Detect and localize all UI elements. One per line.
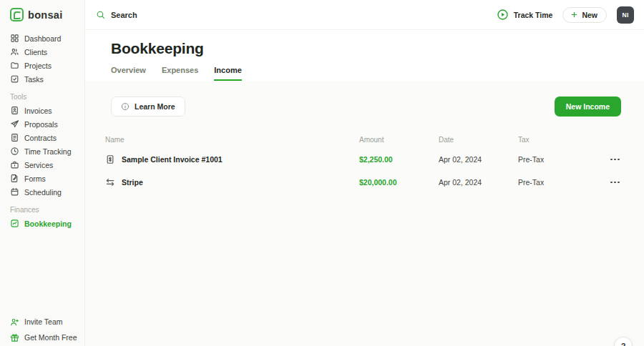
- form-page-icon: [10, 174, 19, 183]
- sidebar-item-tasks[interactable]: Tasks: [10, 72, 80, 86]
- sidebar-item-projects[interactable]: Projects: [10, 59, 80, 72]
- transfer-arrows-icon: [105, 177, 115, 187]
- income-amount: $20,000.00: [359, 178, 439, 187]
- sidebar-section-tools: Tools: [10, 93, 80, 101]
- sidebar-item-label: Contracts: [24, 134, 57, 142]
- search-input[interactable]: Search: [96, 10, 137, 19]
- income-panel: Learn More New Income Name Amount Date T…: [85, 81, 644, 346]
- tab-income[interactable]: Income: [214, 66, 242, 81]
- sidebar-item-label: Get Month Free: [24, 333, 77, 342]
- search-placeholder: Search: [111, 11, 137, 19]
- person-plus-icon: [10, 317, 19, 327]
- table-header-row: Name Amount Date Tax: [105, 132, 621, 148]
- table-row[interactable]: Sample Client Invoice #1001 $2,250.00 Ap…: [105, 148, 621, 171]
- tab-overview[interactable]: Overview: [111, 66, 146, 81]
- income-tax: Pre-Tax: [518, 178, 592, 187]
- avatar[interactable]: NI: [617, 6, 634, 24]
- column-header-amount: Amount: [359, 136, 439, 144]
- sidebar-footer: Invite Team Get Month Free: [10, 315, 80, 346]
- sidebar-item-dashboard[interactable]: Dashboard: [10, 31, 80, 45]
- sidebar-item-invoices[interactable]: Invoices: [10, 104, 80, 117]
- calendar-icon: [10, 187, 19, 197]
- sidebar-item-label: Clients: [24, 48, 47, 56]
- bonsai-app-window: bonsai Dashboard Clients Projects Tasks …: [0, 0, 644, 346]
- sidebar-item-forms[interactable]: Forms: [10, 172, 80, 185]
- sidebar-item-label: Dashboard: [24, 34, 61, 43]
- topbar-actions: Track Time New NI: [497, 6, 634, 24]
- sidebar-item-label: Projects: [24, 61, 52, 70]
- main-area: Search Track Time New NI Bookkeeping Ove…: [85, 0, 644, 346]
- sidebar-item-label: Invite Team: [24, 317, 63, 326]
- document-icon: [10, 133, 19, 142]
- sidebar-item-label: Proposals: [24, 120, 58, 129]
- bonsai-logo[interactable]: bonsai: [10, 8, 80, 21]
- learn-more-label: Learn More: [135, 102, 175, 111]
- income-tax: Pre-Tax: [518, 155, 592, 164]
- tab-expenses[interactable]: Expenses: [162, 66, 198, 81]
- column-header-date: Date: [439, 136, 518, 144]
- sidebar-item-label: Time Tracking: [24, 147, 72, 156]
- track-time-button[interactable]: Track Time: [497, 9, 553, 21]
- new-button[interactable]: New: [562, 7, 607, 23]
- sidebar-item-services[interactable]: Services: [10, 158, 80, 172]
- sidebar: bonsai Dashboard Clients Projects Tasks …: [0, 0, 85, 346]
- sidebar-item-label: Tasks: [24, 75, 44, 84]
- sidebar-item-get-month-free[interactable]: Get Month Free: [10, 330, 80, 345]
- folder-icon: [10, 61, 19, 70]
- bonsai-logo-icon: [10, 8, 24, 21]
- sidebar-item-label: Scheduling: [24, 188, 62, 197]
- paper-plane-icon: [10, 119, 19, 129]
- search-icon: [96, 10, 105, 19]
- clients-icon: [10, 47, 19, 56]
- income-date: Apr 02, 2024: [439, 155, 518, 164]
- row-menu-icon[interactable]: [609, 179, 621, 187]
- new-income-button[interactable]: New Income: [555, 97, 621, 117]
- invoice-document-icon: [105, 154, 115, 164]
- income-amount: $2,250.00: [359, 155, 439, 164]
- actions-row: Learn More New Income: [105, 97, 621, 117]
- income-table: Name Amount Date Tax Sample Client Invoi…: [105, 132, 621, 194]
- column-header-tax: Tax: [518, 136, 592, 144]
- row-menu-icon[interactable]: [609, 156, 621, 164]
- dashboard-icon: [10, 34, 19, 43]
- sidebar-item-invite-team[interactable]: Invite Team: [10, 315, 80, 329]
- check-square-icon: [10, 74, 19, 84]
- sidebar-item-label: Forms: [24, 174, 46, 183]
- sidebar-item-scheduling[interactable]: Scheduling: [10, 185, 80, 199]
- sidebar-item-label: Bookkeeping: [24, 219, 72, 228]
- sidebar-item-label: Services: [24, 161, 53, 169]
- sidebar-item-time-tracking[interactable]: Time Tracking: [10, 144, 80, 158]
- plus-icon: [570, 11, 578, 19]
- new-button-label: New: [582, 11, 597, 19]
- sidebar-item-clients[interactable]: Clients: [10, 45, 80, 59]
- tab-bar: Overview Expenses Income: [111, 66, 618, 81]
- income-name: Stripe: [122, 178, 143, 187]
- gift-icon: [10, 333, 19, 342]
- column-header-name: Name: [105, 136, 359, 144]
- sidebar-item-label: Invoices: [24, 107, 52, 115]
- income-date: Apr 02, 2024: [439, 178, 518, 187]
- learn-more-button[interactable]: Learn More: [111, 97, 185, 117]
- sidebar-item-contracts[interactable]: Contracts: [10, 131, 80, 144]
- income-name: Sample Client Invoice #1001: [122, 155, 223, 164]
- brand-name: bonsai: [28, 9, 63, 21]
- invoice-badge-icon: [10, 106, 19, 115]
- sidebar-section-finances: Finances: [10, 206, 80, 214]
- chart-square-icon: [10, 219, 19, 228]
- sidebar-item-bookkeeping[interactable]: Bookkeeping: [10, 217, 80, 230]
- sidebar-item-proposals[interactable]: Proposals: [10, 117, 80, 131]
- info-icon: [121, 102, 130, 111]
- play-circle-icon: [497, 9, 509, 21]
- page-header: Bookkeeping Overview Expenses Income: [85, 30, 644, 81]
- topbar: Search Track Time New NI: [85, 0, 644, 30]
- track-time-label: Track Time: [514, 11, 553, 19]
- table-row[interactable]: Stripe $20,000.00 Apr 02, 2024 Pre-Tax: [105, 171, 621, 194]
- briefcase-icon: [10, 160, 19, 169]
- page-title: Bookkeeping: [111, 40, 618, 57]
- clock-icon: [10, 147, 19, 156]
